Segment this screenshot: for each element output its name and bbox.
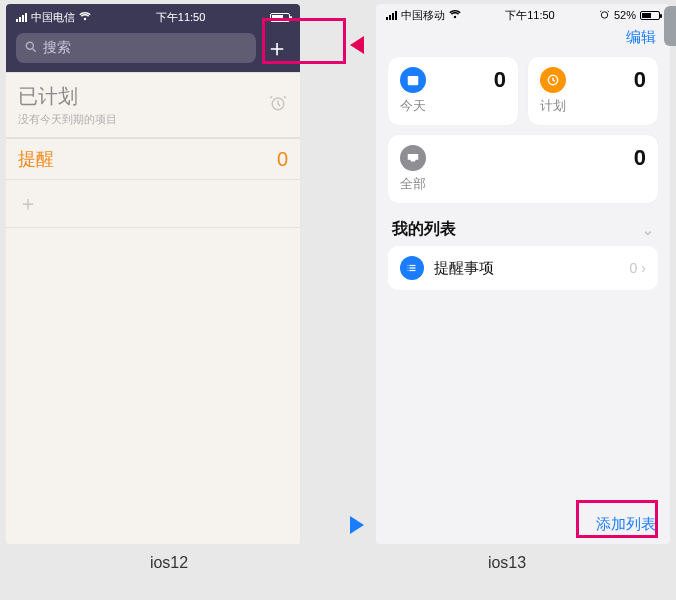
scheduled-subtitle: 没有今天到期的项目 — [18, 112, 117, 127]
card-count: 0 — [634, 145, 646, 171]
chevron-right-icon: › — [641, 260, 646, 276]
annotation-highlight-addlist — [576, 500, 658, 538]
search-icon — [24, 40, 38, 57]
reminders-title: 提醒 — [18, 147, 54, 171]
my-lists-title: 我的列表 — [392, 219, 456, 240]
search-placeholder: 搜索 — [43, 39, 71, 57]
annotation-arrow-left — [350, 36, 364, 54]
wifi-icon — [449, 9, 461, 21]
svg-point-10 — [407, 265, 408, 266]
inbox-icon — [400, 145, 426, 171]
alarm-clock-icon — [268, 93, 288, 117]
wifi-icon — [79, 11, 91, 23]
svg-rect-5 — [408, 76, 419, 79]
battery-percent: 52% — [614, 9, 636, 21]
annotation-arrow-right — [350, 516, 364, 534]
svg-line-1 — [32, 48, 35, 51]
plus-icon: ＋ — [18, 192, 38, 214]
reminders-list-row[interactable]: 提醒 0 — [6, 138, 300, 180]
alarm-indicator-icon — [599, 9, 610, 22]
list-item-count: 0 — [630, 260, 638, 276]
svg-point-0 — [26, 42, 33, 49]
scheduled-title: 已计划 — [18, 83, 117, 110]
status-bar: 中国电信 下午11:50 — [16, 8, 290, 26]
svg-point-3 — [601, 11, 607, 17]
card-count: 0 — [494, 67, 506, 93]
side-tab-handle[interactable] — [664, 6, 676, 46]
list-item-title: 提醒事项 — [434, 259, 494, 278]
clock-label: 下午11:50 — [156, 10, 206, 25]
carrier-label: 中国移动 — [401, 8, 445, 23]
signal-icon — [16, 13, 27, 22]
battery-icon — [640, 11, 660, 20]
calendar-today-icon — [400, 67, 426, 93]
card-planned[interactable]: 0 计划 — [528, 57, 658, 125]
status-bar: 中国移动 下午11:50 52% — [376, 4, 670, 22]
signal-icon — [386, 11, 397, 20]
card-all[interactable]: 0 全部 — [388, 135, 658, 203]
card-label: 计划 — [540, 97, 646, 115]
phone-ios13: 中国移动 下午11:50 52% 编辑 — [376, 4, 670, 544]
caption-left: ios12 — [0, 554, 338, 572]
my-lists-header[interactable]: 我的列表 ⌄ — [376, 203, 670, 246]
ios12-body: 已计划 没有今天到期的项目 提醒 0 ＋ — [6, 72, 300, 544]
chevron-down-icon: ⌄ — [642, 222, 654, 238]
add-reminder-row[interactable]: ＋ — [6, 180, 300, 228]
carrier-label: 中国电信 — [31, 10, 75, 25]
search-input[interactable]: 搜索 — [16, 33, 256, 63]
scheduled-section[interactable]: 已计划 没有今天到期的项目 — [6, 72, 300, 138]
caption-right: ios13 — [338, 554, 676, 572]
list-bullet-icon — [400, 256, 424, 280]
ios12-header: 中国电信 下午11:50 搜索 ＋ — [6, 4, 300, 72]
card-label: 全部 — [400, 175, 646, 193]
edit-button[interactable]: 编辑 — [626, 28, 656, 45]
clock-label: 下午11:50 — [505, 8, 555, 23]
card-label: 今天 — [400, 97, 506, 115]
svg-point-11 — [407, 268, 408, 269]
svg-point-12 — [407, 270, 408, 271]
phone-ios12: 中国电信 下午11:50 搜索 ＋ — [6, 4, 300, 544]
reminders-count: 0 — [277, 148, 288, 171]
captions: ios12 ios13 — [0, 544, 676, 572]
annotation-highlight-plus — [262, 18, 346, 64]
clock-icon — [540, 67, 566, 93]
card-count: 0 — [634, 67, 646, 93]
card-today[interactable]: 0 今天 — [388, 57, 518, 125]
list-item[interactable]: 提醒事项 0 › — [388, 246, 658, 290]
